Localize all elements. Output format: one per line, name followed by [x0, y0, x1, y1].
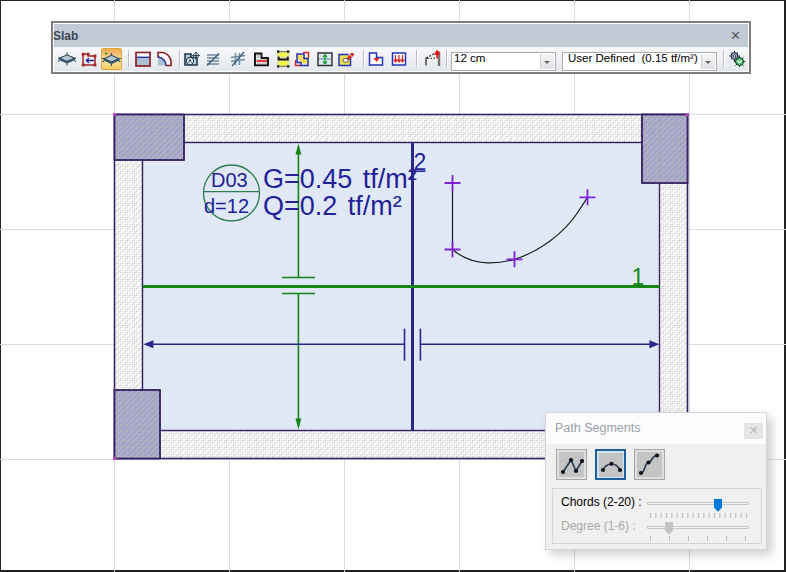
svg-text:D03: D03: [211, 169, 248, 191]
svg-text:1: 1: [632, 264, 645, 290]
svg-text:d=12: d=12: [204, 195, 249, 217]
svg-text:Q=0.2 tf/m²: Q=0.2 tf/m²: [263, 191, 402, 221]
svg-text:G=0.45 tf/m²: G=0.45 tf/m²: [263, 164, 417, 194]
